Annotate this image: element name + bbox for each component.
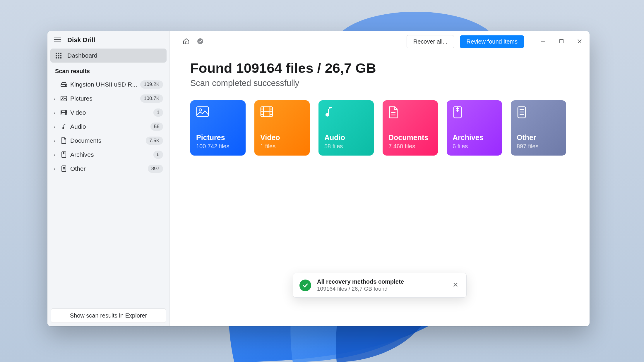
section-scan-results: Scan results [47,63,169,77]
home-icon[interactable] [183,38,190,46]
chevron-icon[interactable]: › [52,96,57,101]
chevron-icon[interactable]: › [52,110,57,115]
chevron-icon[interactable]: › [52,166,57,171]
svg-point-11 [65,85,66,86]
tree-documents[interactable]: › Documents 7.5K [50,134,167,148]
content: Found 109164 files / 26,7 GB Scan comple… [170,51,590,326]
tree-label: Pictures [70,95,137,102]
count-badge: 7.5K [146,137,163,145]
svg-rect-3 [60,53,61,54]
maximize-button[interactable] [557,37,566,46]
category-cards: Pictures 100 742 files Video 1 files Aud… [190,100,569,156]
svg-rect-2 [58,53,59,54]
chevron-icon[interactable]: › [52,152,57,157]
toast-sub: 109164 files / 26,7 GB found [317,286,445,292]
headline: Found 109164 files / 26,7 GB [190,60,569,76]
count-badge: 897 [148,165,163,173]
card-pictures[interactable]: Pictures 100 742 files [190,100,246,156]
subheadline: Scan completed successfully [190,78,569,88]
window-controls [539,37,584,46]
nav-dashboard[interactable]: Dashboard [50,49,167,63]
svg-rect-12 [61,96,67,101]
show-in-explorer-button[interactable]: Show scan results in Explorer [51,308,166,323]
tree-drive[interactable]: › Kingston UHSII uSD R... 109.2K [50,77,167,92]
toolbar: Recover all... Review found items [170,31,590,51]
count-badge: 6 [153,151,163,159]
svg-rect-9 [60,57,61,58]
file-icon [517,106,560,120]
svg-point-13 [62,97,63,98]
count-badge: 100.7K [140,94,163,103]
svg-rect-8 [58,57,59,58]
card-title: Archives [453,133,496,142]
svg-rect-1 [56,53,57,54]
card-title: Pictures [196,133,240,142]
chevron-icon[interactable]: › [52,124,57,129]
card-audio[interactable]: Audio 58 files [318,100,374,156]
app-title: Disk Drill [67,36,95,44]
grid-icon [55,53,62,58]
svg-rect-7 [56,57,57,58]
card-documents[interactable]: Documents 7 460 files [383,100,438,156]
sidebar-header: Disk Drill [47,31,169,49]
close-button[interactable] [575,37,584,46]
sidebar: Disk Drill Dashboard Scan results › King… [47,31,170,326]
svg-rect-6 [60,55,61,56]
card-sub: 1 files [260,143,304,150]
card-title: Documents [388,133,432,142]
tree-pictures[interactable]: › Pictures 100.7K [50,92,167,106]
svg-rect-5 [58,55,59,56]
drive-icon [60,82,67,87]
tree-label: Other [70,165,145,172]
music-icon [324,106,368,120]
tree-video[interactable]: › Video 1 [50,106,167,120]
film-icon [260,106,304,120]
review-found-items-button[interactable]: Review found items [460,35,524,48]
archive-icon [453,106,496,120]
svg-rect-18 [560,39,563,43]
count-badge: 109.2K [140,80,163,89]
card-sub: 7 460 files [388,143,432,150]
card-sub: 100 742 files [196,143,240,150]
toast-close-button[interactable] [451,280,460,290]
recover-all-button[interactable]: Recover all... [407,35,454,48]
nav-dashboard-label: Dashboard [67,52,97,59]
sidebar-footer: Show scan results in Explorer [47,305,169,326]
document-icon [388,106,432,120]
svg-rect-4 [56,55,57,56]
tree-label: Audio [70,123,148,130]
chevron-icon[interactable]: › [52,138,57,143]
image-icon [196,106,240,120]
svg-point-17 [197,38,203,44]
document-icon [60,137,67,144]
card-archives[interactable]: Archives 6 files [447,100,502,156]
tree: › Kingston UHSII uSD R... 109.2K › Pictu… [47,77,169,176]
archive-icon [60,151,67,158]
nav: Dashboard [47,49,169,63]
count-badge: 58 [150,123,163,131]
card-sub: 58 files [324,143,368,150]
film-icon [60,110,67,115]
minimize-button[interactable] [539,37,548,46]
status-check-icon[interactable] [197,38,204,46]
tree-other[interactable]: › Other 897 [50,162,167,176]
music-icon [60,123,67,130]
card-sub: 6 files [453,143,496,150]
svg-rect-19 [197,107,208,117]
app-window: Disk Drill Dashboard Scan results › King… [47,31,590,326]
tree-label: Archives [70,151,150,158]
count-badge: 1 [153,108,163,117]
tree-label: Video [70,109,150,116]
card-title: Audio [324,133,368,142]
card-video[interactable]: Video 1 files [254,100,310,156]
card-other[interactable]: Other 897 files [511,100,566,156]
toast-title: All recovery methods complete [317,278,445,285]
check-circle-icon [299,280,311,291]
tree-audio[interactable]: › Audio 58 [50,120,167,134]
tree-drive-label: Kingston UHSII uSD R... [70,81,137,88]
menu-icon[interactable] [54,37,61,44]
completion-toast: All recovery methods complete 109164 fil… [293,273,467,298]
tree-archives[interactable]: › Archives 6 [50,148,167,162]
image-icon [60,96,67,101]
card-title: Other [517,133,560,142]
